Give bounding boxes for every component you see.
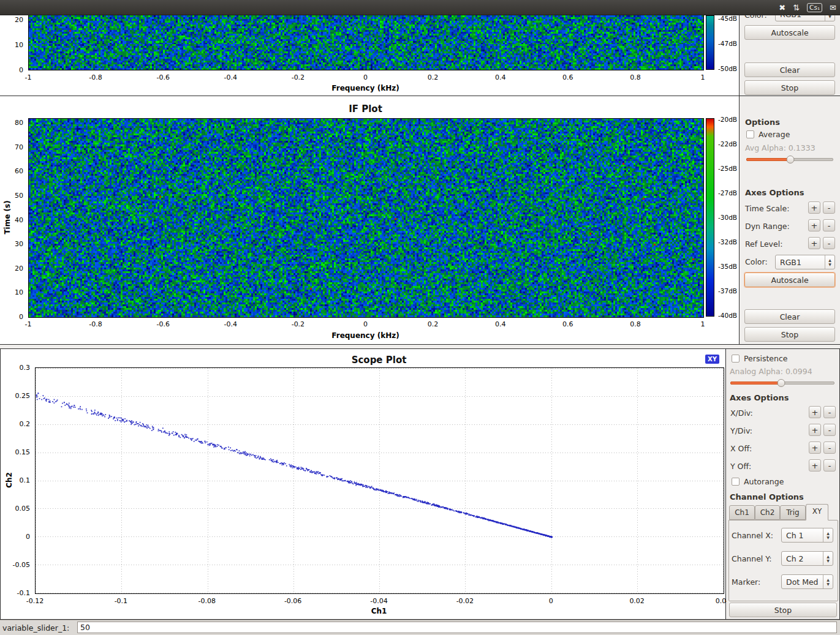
tick-label: 0.6 [562, 320, 573, 328]
slider-handle[interactable] [787, 156, 795, 163]
tick-label: -0.4 [224, 73, 237, 81]
dyn-range-minus-button[interactable]: - [823, 219, 835, 231]
channel-options-heading: Channel Options [730, 492, 804, 502]
avg-alpha-label: Avg Alpha: 0.1333 [745, 143, 815, 152]
yoff-label: Y Off: [730, 462, 751, 471]
tick-label: 0.2 [20, 420, 31, 428]
axes-options-heading: Axes Options [730, 393, 789, 402]
spinner-arrows-icon[interactable]: ▲▼ [825, 255, 834, 269]
variable-slider-input[interactable] [77, 622, 837, 633]
tick-label: 0.2 [428, 73, 439, 81]
average-checkbox[interactable] [746, 130, 754, 138]
ydiv-plus-button[interactable]: + [809, 424, 821, 436]
avg-alpha-slider[interactable] [746, 156, 833, 163]
tab-ch1[interactable]: Ch1 [729, 505, 755, 520]
tick-label: -22dB [718, 140, 737, 148]
autoscale-button[interactable]: Autoscale [744, 25, 835, 40]
clear-button[interactable]: Clear [744, 309, 835, 324]
mail-indicator-icon[interactable]: ✉ [830, 4, 836, 12]
tick-label: -0.8 [89, 320, 102, 328]
yoff-plus-button[interactable]: + [809, 459, 821, 472]
tick-label: -0.05 [13, 561, 30, 569]
tick-label: 0.02 [629, 597, 645, 605]
tick-label: 40 [15, 216, 23, 224]
tick-label: 0.3 [20, 364, 31, 372]
tick-label: 0 [363, 73, 368, 81]
autorange-label: Autorange [744, 477, 784, 486]
clear-button[interactable]: Clear [744, 62, 835, 77]
scope-control-panel: Persistence Analog Alpha: 0.0994 Axes Op… [727, 349, 839, 619]
tick-label: -32dB [718, 238, 737, 246]
tick-label: 0.25 [15, 392, 31, 400]
ref-level-plus-button[interactable]: + [808, 237, 820, 249]
top-xaxis-ticks: -1-0.8-0.6-0.4-0.200.20.40.60.81 [28, 72, 703, 81]
tick-label: -0.6 [156, 320, 169, 328]
tick-label: -0.08 [199, 597, 216, 605]
if-xaxis-ticks: -1-0.8-0.6-0.4-0.200.20.40.60.81 [28, 318, 703, 328]
tick-label: -0.1 [17, 589, 30, 597]
slider-handle[interactable] [778, 379, 785, 387]
color-select[interactable]: RGB1 ▲▼ [775, 15, 835, 21]
if-xaxis-label: Frequency (kHz) [28, 331, 703, 340]
tick-label: -0.1 [115, 597, 127, 605]
tick-label: -0.2 [292, 73, 305, 81]
ref-level-label: Ref Level: [745, 239, 782, 249]
top-colorbar-ticks: -45dB-47dB-50dB [716, 18, 740, 69]
tick-label: -0.8 [89, 73, 102, 81]
analog-alpha-slider[interactable] [730, 379, 834, 387]
time-scale-minus-button[interactable]: - [823, 201, 835, 214]
tick-label: 0.8 [630, 320, 641, 328]
tick-label: -1 [25, 73, 32, 81]
time-scale-plus-button[interactable]: + [808, 201, 820, 214]
ydiv-minus-button[interactable]: - [823, 424, 836, 436]
scope-canvas[interactable] [35, 367, 724, 594]
top-colorbar [706, 15, 714, 70]
window-titlebar[interactable]: ✖ ⇅ Cs₁ ✉ [0, 0, 840, 15]
autorange-checkbox[interactable] [732, 478, 740, 486]
xoff-plus-button[interactable]: + [809, 441, 821, 454]
tick-label: 60 [15, 167, 23, 175]
dyn-range-label: Dyn Range: [745, 222, 790, 231]
color-select[interactable]: RGB1 ▲▼ [775, 255, 835, 269]
xoff-minus-button[interactable]: - [823, 441, 836, 454]
network-indicator-icon[interactable]: ✖ [779, 4, 785, 12]
persistence-checkbox[interactable] [732, 355, 740, 363]
spinner-arrows-icon[interactable]: ▲▼ [825, 15, 834, 21]
persistence-label: Persistence [744, 354, 788, 363]
ydiv-label: Y/Div: [730, 426, 752, 435]
top-xaxis-label: Frequency (kHz) [28, 84, 703, 92]
if-waterfall-canvas[interactable] [28, 118, 704, 318]
color-select-value: RGB1 [776, 15, 825, 21]
scope-plot-section: Scope Plot XY Ch2 0.30.250.20.150.10.050… [0, 348, 840, 620]
xdiv-plus-button[interactable]: + [809, 406, 821, 418]
top-yaxis-ticks: 20100 [0, 20, 26, 70]
stop-button[interactable]: Stop [744, 80, 835, 95]
tick-label: -0.12 [26, 597, 44, 605]
tick-label: -0.04 [370, 597, 387, 605]
tab-trig[interactable]: Trig [780, 505, 806, 520]
xoff-label: X Off: [730, 444, 752, 453]
tab-xy[interactable]: XY [806, 504, 828, 520]
xdiv-minus-button[interactable]: - [823, 406, 836, 418]
tick-label: 0.6 [562, 73, 573, 81]
stop-button[interactable]: Stop [744, 327, 835, 342]
yoff-minus-button[interactable]: - [823, 459, 836, 472]
ref-level-minus-button[interactable]: - [823, 237, 835, 249]
tick-label: -0.2 [292, 320, 305, 328]
top-waterfall-canvas[interactable] [28, 15, 704, 70]
keyboard-layout-indicator[interactable]: Cs₁ [807, 3, 822, 12]
tab-ch2[interactable]: Ch2 [755, 505, 780, 520]
if-plot-title: IF Plot [28, 103, 703, 115]
stop-button[interactable]: Stop [729, 603, 837, 617]
dyn-range-plus-button[interactable]: + [808, 219, 820, 231]
if-plot-section: IF Plot Time (s) 80706050403020100 -20dB… [0, 96, 840, 345]
autoscale-button[interactable]: Autoscale [744, 272, 835, 287]
analog-alpha-label: Analog Alpha: 0.0994 [730, 367, 812, 376]
gnuradio-window: ✖ ⇅ Cs₁ ✉ 20100 -45dB-47dB-50dB -1-0.8-0… [0, 0, 840, 635]
tick-label: 20 [15, 16, 23, 24]
tick-label: 0.05 [15, 505, 31, 513]
scope-xaxis-label: Ch1 [35, 607, 723, 615]
sync-indicator-icon[interactable]: ⇅ [793, 4, 800, 12]
axes-options-heading: Axes Options [745, 188, 804, 197]
color-label: Color: [745, 257, 768, 266]
